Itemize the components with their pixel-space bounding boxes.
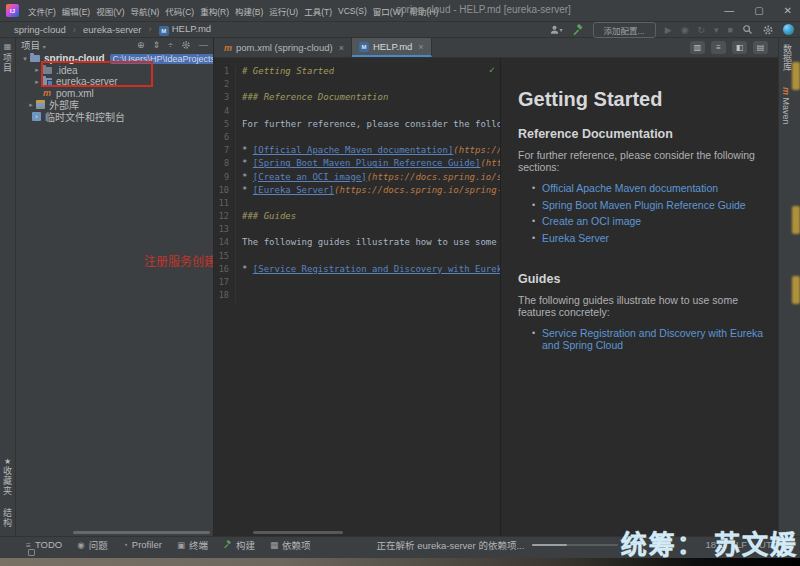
preview-paragraph: The following guides illustrate how to u… bbox=[518, 294, 764, 318]
build-hammer-icon[interactable] bbox=[572, 24, 584, 36]
preview-link[interactable]: Create an OCI image bbox=[542, 215, 641, 227]
markdown-preview: Getting Started Reference Documentation … bbox=[501, 58, 778, 536]
run-configurations-dropdown[interactable]: 添加配置... bbox=[593, 22, 656, 38]
code-with-me-icon[interactable] bbox=[783, 24, 794, 35]
editor-line: 3 ### Reference Documentation bbox=[214, 92, 500, 105]
hide-panel-icon[interactable]: — bbox=[199, 40, 208, 50]
line-number: 8 bbox=[214, 158, 236, 171]
preview-link[interactable]: Eureka Server bbox=[542, 232, 609, 244]
line-number: 7 bbox=[214, 145, 236, 158]
menu-item[interactable]: 编辑(E) bbox=[59, 3, 93, 19]
menu-item[interactable]: 工具(T) bbox=[301, 3, 335, 19]
settings-gear-icon[interactable] bbox=[762, 24, 774, 36]
preview-section-heading: Reference Documentation bbox=[518, 127, 764, 141]
split-view-icon[interactable]: ≡ bbox=[711, 41, 726, 54]
close-tab-icon[interactable]: × bbox=[339, 43, 344, 53]
build-tool-button[interactable]: 构建 bbox=[223, 538, 255, 552]
editor-hscrollbar[interactable] bbox=[253, 531, 343, 534]
star-icon: ★ bbox=[4, 457, 11, 466]
tree-row-scratches[interactable]: › 临时文件和控制台 bbox=[16, 111, 213, 123]
tool-window-quick-access-icon[interactable] bbox=[28, 549, 35, 556]
run-toolbar: ▾ 添加配置... ▶ ◉ ↻ ▾ ■ bbox=[549, 22, 794, 38]
inspections-ok-check-icon[interactable]: ✓ bbox=[489, 64, 495, 75]
tab-pom-xml[interactable]: m pom.xml (spring-cloud) × bbox=[217, 38, 352, 57]
collapsed-arrow-icon[interactable]: ▸ bbox=[32, 78, 42, 86]
line-number: 15 bbox=[214, 251, 236, 264]
preview-link[interactable]: Official Apache Maven documentation bbox=[542, 182, 718, 194]
menu-item[interactable]: 文件(F) bbox=[25, 3, 59, 19]
breadcrumb-project[interactable]: spring-cloud bbox=[14, 24, 66, 35]
tree-row-project-root[interactable]: ▾ spring-cloud C:\Users\HP\IdeaProjects\… bbox=[16, 53, 213, 65]
debug-button[interactable]: ◉ bbox=[681, 25, 689, 35]
menu-item[interactable]: 重构(R) bbox=[197, 3, 232, 19]
project-view-selector[interactable]: 项目 ▾ bbox=[21, 38, 46, 52]
line-ending-indicator[interactable]: LF bbox=[736, 539, 747, 550]
panel-settings-gear-icon[interactable] bbox=[181, 40, 191, 50]
tree-row-eureka-server[interactable]: ▸ eureka-server bbox=[16, 76, 213, 88]
expand-all-icon[interactable]: ⇕ bbox=[153, 40, 161, 50]
profiler-dropdown-icon[interactable]: ▾ bbox=[714, 25, 719, 35]
menu-item[interactable]: 运行(U) bbox=[266, 3, 301, 19]
background-task: 正在解析 eureka-server 的依赖项... bbox=[377, 538, 619, 552]
menu-item[interactable]: 构建(B) bbox=[232, 3, 266, 19]
line-number: 13 bbox=[214, 224, 236, 237]
collapsed-arrow-icon[interactable]: ▸ bbox=[26, 101, 36, 109]
stop-button[interactable]: ■ bbox=[728, 25, 733, 35]
tree-row-pom[interactable]: m pom.xml bbox=[16, 88, 213, 100]
project-path: C:\Users\HP\IdeaProjects\spring-clou bbox=[110, 54, 214, 64]
libraries-icon bbox=[36, 100, 45, 109]
editor-line: 14 The following guides illustrate how t… bbox=[214, 237, 500, 250]
structure-tool-button[interactable]: 结构 bbox=[1, 508, 14, 532]
line-number: 12 bbox=[214, 211, 236, 224]
tree-row-idea-folder[interactable]: ▸ .idea bbox=[16, 65, 213, 77]
encoding-indicator[interactable]: UTF-8 bbox=[759, 539, 786, 550]
maven-tool-button[interactable]: m Maven bbox=[781, 87, 791, 125]
profiler-tool-button[interactable]: ◔Profiler bbox=[123, 539, 162, 550]
collapsed-arrow-icon[interactable]: ▸ bbox=[32, 66, 42, 74]
preview-only-view-icon[interactable]: ◧ bbox=[732, 41, 747, 54]
folder-icon bbox=[42, 67, 52, 74]
coverage-button[interactable]: ↻ bbox=[697, 25, 705, 35]
maximize-button[interactable]: ▢ bbox=[754, 5, 763, 16]
preview-link[interactable]: Spring Boot Maven Plugin Reference Guide bbox=[542, 199, 746, 211]
project-hscrollbar[interactable] bbox=[73, 531, 210, 534]
favorites-tool-button[interactable]: ★ 收藏夹 bbox=[1, 457, 14, 496]
editor-only-view-icon[interactable]: ▥ bbox=[690, 41, 705, 54]
list-item: Eureka Server bbox=[532, 232, 764, 244]
user-account-icon[interactable]: ▾ bbox=[549, 24, 563, 35]
menu-item[interactable]: VCS(S) bbox=[335, 4, 370, 18]
minimize-button[interactable]: — bbox=[724, 5, 734, 16]
run-button[interactable]: ▶ bbox=[665, 25, 672, 35]
menu-item[interactable]: 视图(V) bbox=[93, 3, 127, 19]
preview-link[interactable]: Service Registration and Discovery with … bbox=[542, 327, 763, 351]
caret-position[interactable]: 18:1 bbox=[705, 539, 724, 550]
menu-item[interactable]: 导航(N) bbox=[128, 3, 163, 19]
markdown-source-editor[interactable]: ✓ 1 # Getting Started 2 3 bbox=[214, 58, 500, 536]
close-button[interactable]: ✕ bbox=[784, 5, 792, 16]
editor-line: 16 * [Service Registration and Discovery… bbox=[214, 264, 500, 277]
list-item: Official Apache Maven documentation bbox=[532, 182, 764, 194]
tab-help-md[interactable]: M HELP.md × bbox=[352, 38, 432, 57]
line-number: 17 bbox=[214, 277, 236, 290]
main-area: ▦ 项目 ★ 收藏夹 结构 项目 ▾ ⊕ ⇕ ÷ bbox=[0, 38, 800, 536]
breadcrumb-file[interactable]: MHELP.md bbox=[142, 23, 212, 36]
problems-tool-button[interactable]: ◉问题 bbox=[77, 538, 107, 552]
dependencies-icon: ▦ bbox=[270, 540, 278, 550]
maven-icon: m bbox=[781, 87, 791, 95]
dependencies-tool-button[interactable]: ▦依赖项 bbox=[270, 538, 311, 552]
scroll-sync-icon[interactable]: ▤ bbox=[753, 41, 768, 54]
editor-line: 6 bbox=[214, 132, 500, 145]
line-number: 10 bbox=[214, 185, 236, 198]
breadcrumb-module[interactable]: eureka-server bbox=[66, 24, 142, 35]
preview-paragraph: For further reference, please consider t… bbox=[518, 149, 764, 173]
search-everywhere-icon[interactable] bbox=[742, 24, 753, 35]
project-tool-button[interactable]: ▦ 项目 bbox=[1, 42, 14, 73]
terminal-tool-button[interactable]: ▣终端 bbox=[177, 538, 208, 552]
terminal-icon: ▣ bbox=[177, 540, 185, 550]
close-tab-icon[interactable]: × bbox=[418, 42, 423, 52]
menu-item[interactable]: 代码(C) bbox=[162, 3, 197, 19]
line-number: 18 bbox=[214, 290, 236, 303]
expand-arrow-icon[interactable]: ▾ bbox=[20, 55, 30, 63]
collapse-all-icon[interactable]: ÷ bbox=[168, 40, 173, 50]
locate-file-icon[interactable]: ⊕ bbox=[137, 40, 145, 50]
